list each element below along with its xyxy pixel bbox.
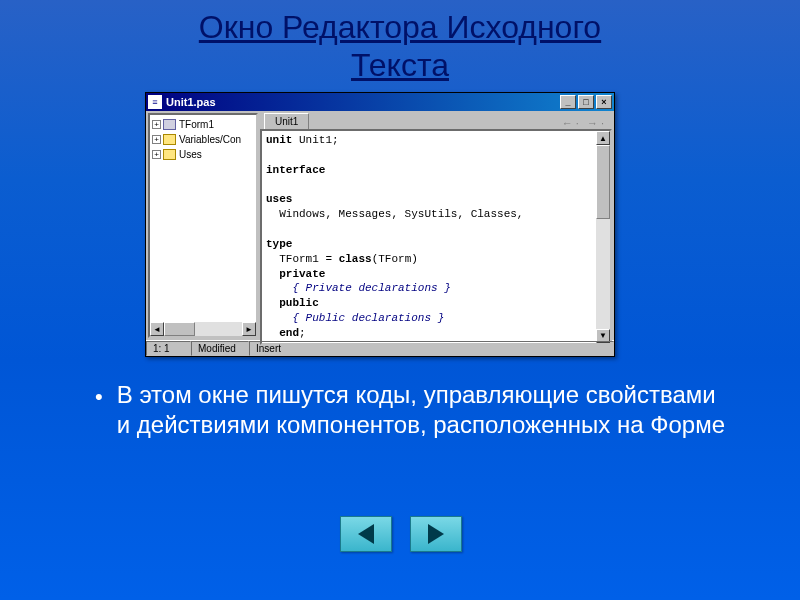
scroll-thumb[interactable] [164,322,195,336]
form-icon [163,119,176,130]
close-button[interactable]: × [596,95,612,109]
statusbar: 1: 1 Modified Insert [146,340,614,356]
minimize-button[interactable]: _ [560,95,576,109]
tree-item-uses[interactable]: + Uses [152,147,254,162]
tree-label: TForm1 [179,119,214,130]
maximize-button[interactable]: □ [578,95,594,109]
scroll-right-button[interactable]: ► [242,322,256,336]
status-modified: Modified [191,341,249,356]
folder-icon [163,149,176,160]
tab-unit1[interactable]: Unit1 [264,113,309,129]
tree-hscrollbar[interactable]: ◄ ► [150,322,256,336]
expand-icon[interactable]: + [152,120,161,129]
tree-label: Uses [179,149,202,160]
next-slide-button[interactable] [410,516,462,552]
title-line-2: Текста [351,47,449,83]
status-mode: Insert [249,341,614,356]
status-position: 1: 1 [146,341,191,356]
expand-icon[interactable]: + [152,150,161,159]
arrow-left-icon [358,524,374,544]
nav-arrows: ← · → · [562,117,612,129]
window-title: Unit1.pas [166,96,560,108]
window-buttons: _ □ × [560,95,612,109]
file-icon: ≡ [148,95,162,109]
scroll-thumb[interactable] [596,145,610,219]
code-explorer-tree[interactable]: + TForm1 + Variables/Con + Uses ◄ [148,113,258,338]
tree-label: Variables/Con [179,134,241,145]
nav-back-icon[interactable]: ← · [562,117,579,129]
arrow-right-icon [428,524,444,544]
tree-item-tform1[interactable]: + TForm1 [152,117,254,132]
source-editor-window: ≡ Unit1.pas _ □ × + TForm1 + Variables/C… [145,92,615,357]
code-panel: Unit1 ← · → · unit Unit1; interface uses… [260,113,612,338]
scroll-track[interactable] [164,322,242,336]
code-area-wrap: unit Unit1; interface uses Windows, Mess… [260,129,612,345]
tab-row: Unit1 ← · → · [260,113,612,129]
slide-body: • В этом окне пишутся коды, управляющие … [95,380,730,440]
titlebar[interactable]: ≡ Unit1.pas _ □ × [146,93,614,111]
scroll-up-button[interactable]: ▲ [596,131,610,145]
code-editor[interactable]: unit Unit1; interface uses Windows, Mess… [262,131,596,343]
prev-slide-button[interactable] [340,516,392,552]
tree-item-variables[interactable]: + Variables/Con [152,132,254,147]
slide-nav-buttons [340,516,462,552]
scroll-left-button[interactable]: ◄ [150,322,164,336]
editor-body: + TForm1 + Variables/Con + Uses ◄ [146,111,614,340]
nav-forward-icon[interactable]: → · [587,117,604,129]
folder-icon [163,134,176,145]
bullet-icon: • [95,383,103,440]
scroll-track[interactable] [596,145,610,329]
title-line-1: Окно Редактора Исходного [199,9,601,45]
body-text-content: В этом окне пишутся коды, управляющие св… [117,380,730,440]
expand-icon[interactable]: + [152,135,161,144]
slide-title: Окно Редактора Исходного Текста [0,0,800,85]
code-vscrollbar[interactable]: ▲ ▼ [596,131,610,343]
